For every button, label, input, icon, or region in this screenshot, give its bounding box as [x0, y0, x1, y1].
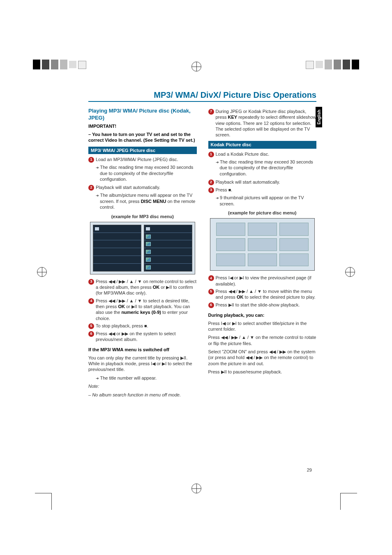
kodak-step-5-text: Press ◀◀ / ▶▶ / ▲ / ▼ to move within the… — [216, 288, 317, 300]
important-body: – You have to turn on your TV set and se… — [88, 131, 197, 143]
thumbnail-cell — [279, 238, 309, 251]
thumbnail-cell — [216, 253, 245, 266]
kodak-step-1-result: The disc reading time may exceed 30 seco… — [216, 159, 317, 177]
step-number-icon: 5 — [208, 289, 214, 295]
step-3-text: Press ◀◀ / ▶▶ / ▲ / ▼ on remote control … — [96, 279, 197, 296]
language-tab: English — [316, 107, 322, 127]
kodak-step-5: 5 Press ◀◀ / ▶▶ / ▲ / ▼ to move within t… — [208, 288, 317, 300]
kodak-step-2-text: Playback will start automatically. — [216, 179, 317, 185]
section-heading-playing: Playing MP3/ WMA/ Picture disc (Kodak, J… — [88, 108, 197, 122]
thumbnail-cell — [248, 238, 277, 251]
during-2: Press ◀◀ / ▶▶ / ▲ / ▼ on the remote cont… — [208, 334, 317, 346]
mp3-menu-left-pane — [93, 225, 141, 272]
thumbnail-cell — [216, 238, 245, 251]
step-7-text: During JPEG or Kodak Picture disc playba… — [216, 108, 317, 138]
during-1: Press I◀ or ▶I to select another title/p… — [208, 320, 317, 332]
step-number-icon: 4 — [208, 275, 214, 281]
thumbnail-cell — [248, 223, 277, 235]
kodak-step-4: 4 Press I◀ or ▶I to view the previous/ne… — [208, 275, 317, 287]
mp3-menu-diagram — [90, 222, 195, 274]
registration-mark-icon — [345, 267, 355, 277]
step-number-icon: 4 — [88, 298, 94, 304]
step-3: 3 Press ◀◀ / ▶▶ / ▲ / ▼ on remote contro… — [88, 279, 197, 296]
picture-menu-diagram — [210, 218, 315, 271]
step-number-icon: 7 — [208, 109, 214, 115]
menu-off-heading: If the MP3/ WMA menu is switched off — [88, 347, 197, 352]
kodak-step-3-result: 9 thumbnail pictures will appear on the … — [216, 195, 317, 207]
mp3-example-label: (example for MP3 disc menu) — [88, 214, 197, 219]
color-bars-left — [33, 60, 86, 69]
picture-example-label: (example for picture disc menu) — [208, 210, 317, 216]
step-number-icon: 1 — [88, 157, 94, 163]
picture-icon — [146, 258, 151, 262]
thumbnail-cell — [279, 253, 309, 266]
note-label: Note: — [88, 383, 197, 389]
step-2: 2 Playback will start automatically. — [88, 184, 197, 191]
subheading-kodak-disc: Kodak Picture disc — [208, 141, 317, 148]
folder-icon — [95, 227, 99, 230]
step-6: 6 Press ◀◀ or ▶▶ on the system to select… — [88, 331, 197, 343]
crop-corner-icon — [35, 493, 52, 510]
crop-corner-icon — [340, 493, 357, 510]
kodak-step-1-text: Load a Kodak Picture disc. — [216, 151, 317, 157]
step-number-icon: 5 — [88, 323, 94, 329]
menu-off-result: The title number will appear. — [96, 375, 197, 381]
left-column: Playing MP3/ WMA/ Picture disc (Kodak, J… — [88, 107, 197, 400]
folder-icon — [146, 227, 150, 230]
step-1-text: Load an MP3/WMA/ Picture (JPEG) disc. — [96, 157, 197, 163]
thumbnail-cell — [248, 253, 277, 266]
step-number-icon: 6 — [88, 331, 94, 337]
during-4: Press ▶II to pause/resume playback. — [208, 369, 317, 375]
picture-icon — [146, 265, 151, 269]
step-1: 1 Load an MP3/WMA/ Picture (JPEG) disc. — [88, 157, 197, 163]
during-playback-heading: During playback, you can: — [208, 312, 317, 318]
step-4-text: Press ◀◀ / ▶▶ / ▲ / ▼ to select a desire… — [96, 298, 197, 321]
picture-icon — [146, 242, 151, 246]
during-3: Select "ZOOM ON" and press ◀◀ / ▶▶ on th… — [208, 349, 317, 366]
kodak-step-2: 2 Playback will start automatically. — [208, 179, 317, 185]
registration-mark-icon — [37, 267, 47, 277]
kodak-step-3: 3 Press ■. — [208, 187, 317, 193]
kodak-step-4-text: Press I◀ or ▶I to view the previous/next… — [216, 275, 317, 287]
registration-mark-icon — [191, 62, 201, 71]
picture-icon — [146, 235, 151, 239]
menu-off-body: You can only play the current title by p… — [88, 355, 197, 373]
step-2-text: Playback will start automatically. — [96, 184, 197, 191]
page-number: 29 — [307, 467, 312, 473]
step-number-icon: 2 — [208, 180, 214, 185]
color-bars-right — [306, 60, 359, 69]
step-5: 5 To stop playback, press ■. — [88, 323, 197, 329]
step-number-icon: 6 — [208, 302, 214, 308]
step-4: 4 Press ◀◀ / ▶▶ / ▲ / ▼ to select a desi… — [88, 298, 197, 321]
thumbnail-cell — [216, 223, 245, 235]
step-number-icon: 3 — [88, 279, 94, 285]
step-6-text: Press ◀◀ or ▶▶ on the system to select p… — [96, 331, 197, 343]
subheading-mp3-disc: MP3/ WMA/ JPEG Picture disc — [88, 147, 197, 154]
mp3-menu-right-pane — [144, 225, 192, 272]
step-number-icon: 2 — [88, 185, 94, 191]
kodak-step-6-text: Press ▶II to start the slide-show playba… — [216, 302, 317, 308]
thumbnail-cell — [279, 223, 309, 235]
registration-mark-icon — [191, 484, 201, 493]
kodak-step-6: 6 Press ▶II to start the slide-show play… — [208, 302, 317, 308]
picture-icon — [146, 250, 151, 254]
right-column: 7 During JPEG or Kodak Picture disc play… — [208, 107, 317, 400]
step-7: 7 During JPEG or Kodak Picture disc play… — [208, 108, 317, 138]
kodak-step-3-text: Press ■. — [216, 187, 317, 193]
important-label: IMPORTANT! — [88, 123, 197, 129]
kodak-step-1: 1 Load a Kodak Picture disc. — [208, 151, 317, 157]
step-number-icon: 1 — [208, 152, 214, 157]
page-title: MP3/ WMA/ DivX/ Picture Disc Operations — [88, 90, 316, 102]
step-2-result: The album/picture menu will appear on th… — [96, 192, 197, 210]
step-number-icon: 3 — [208, 187, 214, 193]
step-1-result: The disc reading time may exceed 30 seco… — [96, 164, 197, 182]
manual-page: English MP3/ WMA/ DivX/ Picture Disc Ope… — [0, 0, 392, 555]
step-5-text: To stop playback, press ■. — [96, 323, 197, 329]
content-area: MP3/ WMA/ DivX/ Picture Disc Operations … — [88, 90, 316, 400]
note-body: – No album search function in menu off m… — [88, 392, 197, 398]
